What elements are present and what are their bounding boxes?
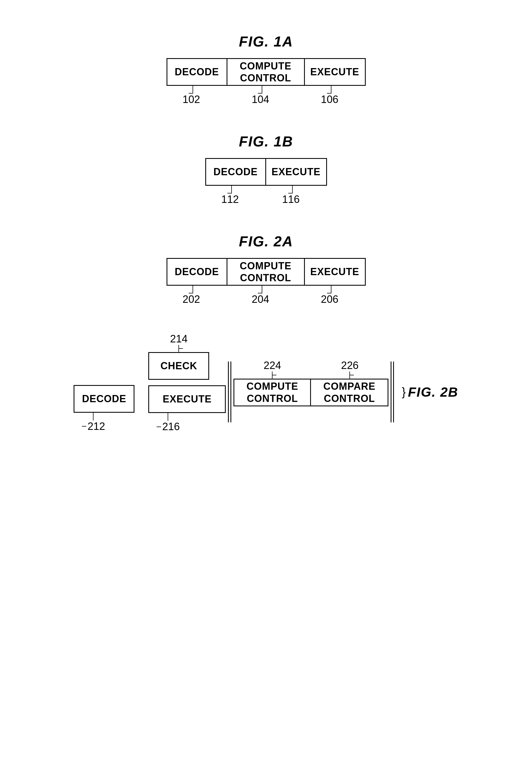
fig2a-label-206: 206 [305, 286, 366, 305]
fig1b-ref-116: 116 [282, 193, 300, 205]
fig1b-label-112: 112 [205, 186, 266, 205]
fig1b-boxes: DECODE EXECUTE [205, 158, 327, 186]
fig2b-right-col: 224 226 [233, 359, 388, 407]
fig2b-check-label: CHECK [160, 360, 197, 372]
fig2b-decode-box: DECODE [74, 385, 134, 413]
fig2a-title: FIG. 2A [239, 233, 293, 250]
fig2b-execute-label: EXECUTE [163, 393, 212, 405]
fig1a-ref-104: 104 [252, 94, 269, 105]
fig1a-section: FIG. 1A DECODE COMPUTECONTROL EXECUTE 10… [0, 33, 532, 105]
fig2a-section: FIG. 2A DECODE COMPUTECONTROL EXECUTE 20… [0, 233, 532, 305]
fig1a-execute-label: EXECUTE [310, 66, 359, 78]
fig1a-decode-box: DECODE [167, 58, 227, 86]
fig1b-labels: 112 116 [205, 186, 327, 205]
fig1a-decode-label: DECODE [175, 66, 219, 78]
fig2b-compute-box: COMPUTECONTROL [233, 379, 311, 407]
fig2b-execute-box: EXECUTE [148, 385, 226, 413]
fig2b-decode-col: DECODE 212 [74, 333, 134, 433]
fig2a-compute-box: COMPUTECONTROL [227, 258, 305, 286]
fig1a-label-104: 104 [227, 86, 305, 105]
fig2b-top-labels: 224 226 [233, 359, 388, 379]
fig2a-ref-204: 204 [252, 293, 269, 305]
fig1b-execute-box: EXECUTE [266, 158, 327, 186]
fig2b-ref-212: 212 [87, 421, 105, 433]
fig2b-compute-label: COMPUTECONTROL [246, 380, 298, 404]
fig1a-compute-box: COMPUTECONTROL [227, 58, 305, 86]
fig1a-label-106: 106 [305, 86, 366, 105]
fig1b-decode-box: DECODE [205, 158, 266, 186]
fig2a-ref-206: 206 [321, 293, 338, 305]
fig2b-decode-label: DECODE [82, 393, 126, 405]
fig1b-execute-label: EXECUTE [271, 166, 320, 178]
fig2b-section: DECODE 212 214 [0, 333, 532, 433]
fig2b-ref-226: 226 [341, 359, 359, 371]
fig2b-middle-col: 214 CHECK EXECUTE [148, 333, 226, 433]
fig2b-compare-box: COMPARECONTROL [311, 379, 388, 407]
fig2a-execute-label: EXECUTE [310, 266, 359, 278]
fig1b-decode-label: DECODE [213, 166, 258, 178]
fig2a-label-204: 204 [227, 286, 305, 305]
fig1b-label-116: 116 [266, 186, 327, 205]
fig2a-labels: 202 204 206 [167, 286, 366, 305]
fig2a-decode-label: DECODE [175, 266, 219, 278]
fig2a-decode-box: DECODE [167, 258, 227, 286]
fig2a-execute-box: EXECUTE [305, 258, 366, 286]
fig2a-compute-label: COMPUTECONTROL [240, 260, 292, 284]
fig2b-layout: DECODE 212 214 [74, 333, 458, 433]
fig2b-label-224-above: 224 [233, 359, 311, 379]
fig2b-compare-label: COMPARECONTROL [323, 380, 375, 404]
fig2b-title: FIG. 2B [408, 384, 458, 400]
fig2b-title-row: } FIG. 2B [402, 384, 458, 400]
fig1a-label-102: 102 [167, 86, 227, 105]
fig2b-check-box: CHECK [148, 352, 209, 380]
fig1a-ref-106: 106 [321, 94, 338, 105]
page: FIG. 1A DECODE COMPUTECONTROL EXECUTE 10… [0, 0, 532, 772]
fig2b-label-212: 212 [82, 413, 105, 433]
fig2b-brace-symbol: } [402, 385, 406, 399]
fig2b-right-bracket [391, 356, 394, 428]
fig2a-label-202: 202 [167, 286, 227, 305]
fig2b-label-container: } FIG. 2B [402, 384, 458, 400]
fig2b-label-214-above: 214 [148, 333, 209, 352]
fig2b-ref-216: 216 [162, 421, 180, 433]
fig2b-ref-214: 214 [170, 333, 188, 345]
fig2b-label-226-above: 226 [311, 359, 388, 379]
fig1a-compute-label: COMPUTECONTROL [240, 60, 292, 84]
fig2b-compute-compare-row: COMPUTECONTROL COMPARECONTROL [233, 379, 388, 407]
fig1a-boxes: DECODE COMPUTECONTROL EXECUTE [167, 58, 366, 86]
fig1a-labels: 102 104 106 [167, 86, 366, 105]
fig1b-ref-112: 112 [221, 193, 239, 205]
fig1a-title: FIG. 1A [239, 33, 293, 50]
fig1b-title: FIG. 1B [239, 133, 293, 150]
fig2b-label-216: 216 [157, 413, 180, 433]
fig2a-ref-202: 202 [183, 293, 200, 305]
fig2b-ref-224: 224 [264, 359, 281, 371]
fig2b-left-bracket [228, 356, 231, 428]
fig1a-execute-box: EXECUTE [305, 58, 366, 86]
fig2a-boxes: DECODE COMPUTECONTROL EXECUTE [167, 258, 366, 286]
fig1b-section: FIG. 1B DECODE EXECUTE 112 116 [0, 133, 532, 205]
fig1a-ref-102: 102 [183, 94, 200, 105]
